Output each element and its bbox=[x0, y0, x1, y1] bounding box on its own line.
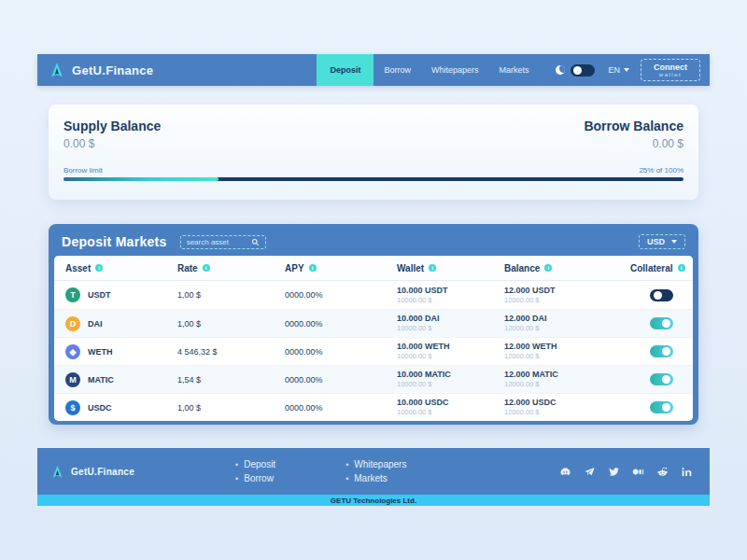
asset-name: WETH bbox=[88, 347, 113, 357]
borrow-limit-label: Borrow limit bbox=[63, 166, 103, 175]
table-row[interactable]: M MATIC 1,54 $ 0000.00% 10.000 MATIC 100… bbox=[54, 365, 693, 393]
wallet-usd: 10000.00 $ bbox=[397, 324, 504, 332]
column-header-rate: Rate bbox=[177, 263, 285, 273]
rate-value: 4 546,32 $ bbox=[177, 347, 285, 357]
info-icon[interactable] bbox=[678, 264, 685, 272]
apy-value: 0000.00% bbox=[285, 319, 397, 329]
wallet-usd: 10000.00 $ bbox=[397, 352, 504, 360]
balance-amount: 12.000 USDC bbox=[504, 398, 630, 408]
footer-link-group-1: WhitepapersMarkets bbox=[345, 459, 406, 483]
search-input[interactable] bbox=[187, 238, 247, 246]
borrow-limit-value: 25% of 100% bbox=[639, 166, 684, 175]
supply-balance-value: 0.00 $ bbox=[63, 137, 161, 150]
twitter-icon[interactable] bbox=[608, 466, 620, 478]
language-selector[interactable]: EN bbox=[608, 65, 629, 75]
column-header-asset: Asset bbox=[65, 263, 177, 273]
social-icons bbox=[559, 466, 710, 478]
medium-icon[interactable] bbox=[632, 466, 644, 478]
borrow-limit-fill bbox=[63, 177, 218, 181]
collateral-toggle[interactable] bbox=[650, 401, 673, 413]
collateral-toggle[interactable] bbox=[650, 373, 673, 385]
column-header-wallet: Wallet bbox=[397, 263, 504, 273]
collateral-toggle[interactable] bbox=[650, 317, 673, 329]
balance-usd: 12000.00 $ bbox=[504, 324, 630, 332]
balance-usd: 12000.00 $ bbox=[504, 408, 630, 416]
rate-value: 1,00 $ bbox=[177, 290, 285, 300]
connect-label: Connect bbox=[654, 63, 687, 72]
nav-item-whitepapers[interactable]: Whitepapers bbox=[421, 54, 489, 86]
table-body: T USDT 1,00 $ 0000.00% 10.000 USDT 10000… bbox=[54, 281, 693, 421]
toggle-knob bbox=[662, 319, 670, 328]
currency-select[interactable]: USD bbox=[639, 234, 685, 249]
balance-usd: 12000.00 $ bbox=[504, 296, 630, 304]
panel-title: Deposit Markets bbox=[62, 234, 167, 249]
column-label: Balance bbox=[504, 263, 540, 273]
asset-icon: M bbox=[65, 372, 80, 387]
toggle-knob bbox=[662, 347, 670, 356]
supply-balance-block: Supply Balance 0.00 $ bbox=[63, 119, 161, 150]
info-icon[interactable] bbox=[309, 264, 317, 272]
borrow-balance-label: Borrow Balance bbox=[584, 119, 684, 133]
telegram-icon[interactable] bbox=[584, 466, 596, 478]
dark-mode-toggle[interactable] bbox=[571, 64, 595, 77]
wallet-amount: 10.000 MATIC bbox=[397, 370, 504, 380]
balance-amount: 12.000 DAI bbox=[504, 314, 630, 324]
info-icon[interactable] bbox=[203, 264, 210, 272]
borrow-balance-value: 0.00 $ bbox=[584, 137, 684, 150]
collateral-toggle[interactable] bbox=[650, 289, 673, 301]
footer-link-markets[interactable]: Markets bbox=[345, 473, 406, 483]
toggle-knob bbox=[662, 375, 670, 384]
column-label: Rate bbox=[177, 263, 198, 273]
nav-item-markets[interactable]: Markets bbox=[488, 54, 539, 86]
footer-link-borrow[interactable]: Borrow bbox=[235, 473, 275, 483]
markets-table: AssetRateAPYWalletBalanceCollateral T US… bbox=[54, 256, 693, 421]
footer-link-group-0: DepositBorrow bbox=[235, 459, 275, 483]
table-row[interactable]: ◆ WETH 4 546,32 $ 0000.00% 10.000 WETH 1… bbox=[54, 337, 693, 365]
nav-item-label: Deposit bbox=[330, 65, 360, 75]
wallet-usd: 10000.00 $ bbox=[397, 380, 504, 388]
asset-name: MATIC bbox=[88, 375, 114, 385]
nav-item-borrow[interactable]: Borrow bbox=[374, 54, 421, 86]
footer-link-whitepapers[interactable]: Whitepapers bbox=[345, 459, 406, 469]
rate-value: 1,54 $ bbox=[177, 375, 285, 385]
balance-card: Supply Balance 0.00 $ Borrow Balance 0.0… bbox=[49, 105, 698, 200]
wallet-amount: 10.000 USDT bbox=[397, 286, 504, 296]
linkedin-icon[interactable] bbox=[681, 466, 693, 478]
table-row[interactable]: $ USDC 1,00 $ 0000.00% 10.000 USDC 10000… bbox=[54, 393, 693, 421]
asset-search[interactable] bbox=[180, 235, 266, 249]
apy-value: 0000.00% bbox=[285, 403, 397, 413]
info-icon[interactable] bbox=[429, 264, 436, 272]
footer-link-deposit[interactable]: Deposit bbox=[235, 459, 275, 469]
wallet-amount: 10.000 USDC bbox=[397, 398, 504, 408]
footer-link-label: Borrow bbox=[244, 473, 274, 483]
balance-usd: 12000.00 $ bbox=[504, 352, 630, 360]
wallet-amount: 10.000 WETH bbox=[397, 342, 504, 352]
copyright-text: GETU Technologies Ltd. bbox=[331, 497, 416, 505]
getu-logo-icon bbox=[50, 465, 64, 479]
nav-item-label: Borrow bbox=[384, 65, 411, 75]
search-icon bbox=[251, 238, 260, 246]
column-label: Asset bbox=[65, 263, 91, 273]
wallet-usd: 10000.00 $ bbox=[397, 408, 504, 416]
reddit-icon[interactable] bbox=[656, 466, 669, 478]
balance-usd: 12000.00 $ bbox=[504, 380, 630, 388]
column-label: Wallet bbox=[397, 263, 424, 273]
header-brand[interactable]: GetU.Finance bbox=[37, 62, 153, 78]
currency-value: USD bbox=[647, 237, 665, 246]
asset-icon: ◆ bbox=[65, 344, 80, 359]
apy-value: 0000.00% bbox=[285, 290, 397, 300]
discord-icon[interactable] bbox=[559, 466, 571, 478]
table-row[interactable]: T USDT 1,00 $ 0000.00% 10.000 USDT 10000… bbox=[54, 281, 693, 309]
chevron-down-icon bbox=[624, 68, 629, 72]
nav-item-deposit[interactable]: Deposit bbox=[317, 54, 374, 86]
balance-amount: 12.000 MATIC bbox=[504, 370, 630, 380]
asset-icon: T bbox=[65, 287, 80, 302]
info-icon[interactable] bbox=[95, 264, 103, 272]
toggle-knob bbox=[662, 403, 670, 412]
connect-wallet-button[interactable]: Connect wallet bbox=[641, 59, 700, 82]
footer-brand[interactable]: GetU.Finance bbox=[37, 465, 134, 479]
connect-sublabel: wallet bbox=[654, 72, 687, 78]
collateral-toggle[interactable] bbox=[650, 345, 673, 357]
table-row[interactable]: D DAI 1,00 $ 0000.00% 10.000 DAI 10000.0… bbox=[54, 309, 693, 337]
info-icon[interactable] bbox=[544, 264, 552, 272]
